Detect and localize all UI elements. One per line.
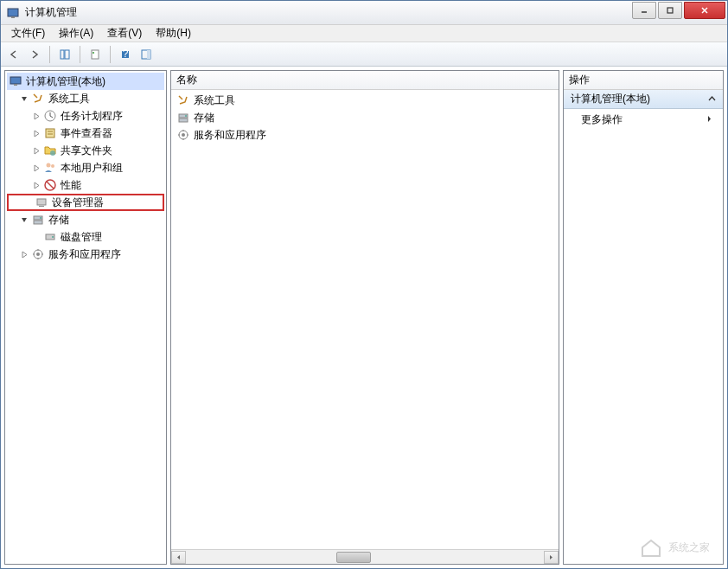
collapse-icon[interactable]: [19, 214, 29, 225]
tree-label: 共享文件夹: [61, 144, 112, 158]
storage-icon: [176, 111, 190, 125]
svg-point-31: [52, 236, 54, 238]
tree-device-manager[interactable]: 设备管理器: [7, 194, 164, 211]
tree-label: 系统工具: [48, 92, 90, 106]
svg-rect-13: [147, 50, 150, 59]
performance-icon: [43, 178, 57, 192]
expand-icon[interactable]: [31, 128, 42, 138]
list-body[interactable]: 系统工具 存储 服务和应用程序: [171, 90, 559, 549]
toolbar-separator: [80, 46, 80, 63]
toolbar-separator: [49, 46, 50, 63]
svg-rect-14: [10, 77, 21, 84]
actions-section[interactable]: 计算机管理(本地): [564, 90, 723, 109]
actions-header: 操作: [564, 71, 723, 90]
svg-point-38: [182, 133, 185, 137]
svg-rect-17: [46, 129, 54, 137]
list-item[interactable]: 服务和应用程序: [173, 126, 557, 144]
list-panel: 名称 系统工具 存储 服务和应用程序: [170, 70, 559, 565]
svg-point-21: [47, 163, 51, 168]
actions-item-label: 更多操作: [581, 112, 623, 127]
computer-icon: [9, 74, 22, 88]
list-header[interactable]: 名称: [171, 71, 559, 90]
tree-shared-folders[interactable]: 共享文件夹: [7, 142, 164, 159]
column-name: 名称: [176, 73, 197, 87]
actions-header-label: 操作: [569, 73, 590, 87]
svg-rect-3: [667, 8, 673, 13]
menu-help[interactable]: 帮助(H): [149, 24, 198, 42]
event-icon: [43, 126, 57, 140]
svg-rect-8: [92, 50, 99, 59]
list-item[interactable]: 系统工具: [173, 92, 557, 109]
maximize-button[interactable]: [658, 2, 682, 19]
scroll-thumb[interactable]: [336, 552, 371, 563]
svg-rect-1: [11, 16, 15, 18]
tree-label: 计算机管理(本地): [26, 74, 105, 89]
svg-point-29: [40, 217, 42, 219]
list-item-label: 服务和应用程序: [194, 128, 266, 143]
tree-services-apps[interactable]: 服务和应用程序: [7, 246, 164, 263]
svg-point-20: [50, 150, 55, 156]
action-pane-button[interactable]: [137, 45, 156, 64]
tree-label: 本地用户和组: [61, 161, 123, 176]
services-icon: [176, 128, 190, 142]
svg-point-36: [185, 115, 187, 117]
svg-point-22: [51, 164, 54, 168]
expand-icon[interactable]: [19, 249, 29, 259]
scroll-track[interactable]: [186, 551, 544, 564]
close-button[interactable]: [684, 2, 725, 19]
svg-text:?: ?: [123, 48, 129, 60]
menubar: 文件(F) 操作(A) 查看(V) 帮助(H): [1, 25, 727, 42]
collapse-arrow-icon: [708, 93, 716, 105]
minimize-button[interactable]: [632, 2, 656, 19]
svg-point-9: [93, 52, 94, 54]
tree-panel[interactable]: 计算机管理(本地) 系统工具 任务计划程序 事件查看器 共享文件夹: [4, 70, 167, 565]
expand-icon[interactable]: [31, 163, 42, 173]
submenu-arrow-icon: [706, 113, 712, 125]
window-title: 计算机管理: [25, 5, 630, 20]
device-manager-icon: [35, 195, 48, 209]
tree-event-viewer[interactable]: 事件查看器: [7, 125, 164, 142]
tree-system-tools[interactable]: 系统工具: [7, 90, 164, 107]
tree-root[interactable]: 计算机管理(本地): [7, 73, 164, 90]
content-area: 计算机管理(本地) 系统工具 任务计划程序 事件查看器 共享文件夹: [1, 67, 727, 568]
forward-button[interactable]: [25, 45, 44, 64]
actions-panel: 操作 计算机管理(本地) 更多操作: [563, 70, 724, 565]
svg-rect-25: [37, 199, 46, 205]
scroll-right-button[interactable]: [544, 551, 559, 564]
tree-task-scheduler[interactable]: 任务计划程序: [7, 107, 164, 125]
back-button[interactable]: [4, 45, 23, 64]
tree-storage[interactable]: 存储: [7, 211, 164, 228]
tree-local-users-groups[interactable]: 本地用户和组: [7, 159, 164, 176]
svg-rect-35: [179, 118, 188, 122]
users-icon: [43, 161, 57, 175]
menu-view[interactable]: 查看(V): [100, 24, 149, 42]
list-item[interactable]: 存储: [173, 109, 557, 126]
menu-action[interactable]: 操作(A): [52, 24, 100, 42]
tools-icon: [176, 93, 190, 107]
tree-label: 事件查看器: [61, 126, 112, 141]
horizontal-scrollbar[interactable]: [171, 549, 559, 564]
window-frame: 计算机管理 文件(F) 操作(A) 查看(V) 帮助(H) ? 计算机管理(本地…: [0, 0, 728, 569]
toolbar: ?: [1, 42, 727, 67]
actions-section-title: 计算机管理(本地): [571, 92, 650, 106]
scroll-left-button[interactable]: [171, 551, 186, 564]
storage-icon: [31, 213, 45, 227]
help-button[interactable]: ?: [116, 45, 135, 64]
toolbar-separator: [110, 46, 111, 63]
svg-rect-7: [65, 50, 69, 59]
actions-more[interactable]: 更多操作: [564, 109, 723, 130]
expand-icon[interactable]: [31, 180, 42, 190]
list-item-label: 系统工具: [194, 93, 235, 108]
svg-rect-26: [39, 206, 44, 207]
expand-icon[interactable]: [31, 145, 42, 156]
menu-file[interactable]: 文件(F): [4, 24, 52, 42]
tree-performance[interactable]: 性能: [7, 176, 164, 194]
window-controls: [630, 2, 725, 19]
tree-disk-management[interactable]: 磁盘管理: [7, 228, 164, 246]
svg-point-33: [36, 253, 40, 256]
collapse-icon[interactable]: [19, 93, 29, 104]
tools-icon: [31, 92, 45, 105]
expand-icon[interactable]: [31, 111, 42, 121]
properties-button[interactable]: [86, 45, 105, 64]
show-hide-tree-button[interactable]: [55, 45, 74, 64]
